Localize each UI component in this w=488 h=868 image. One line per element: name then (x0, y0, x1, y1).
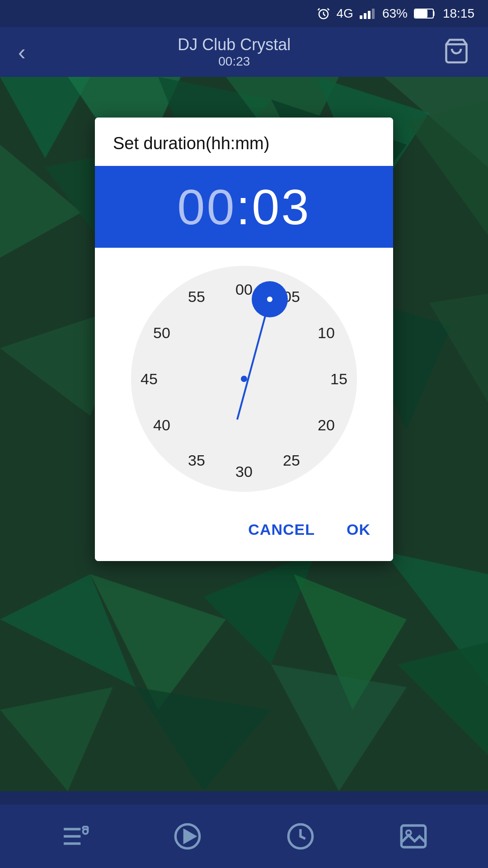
svg-rect-1 (360, 15, 362, 19)
status-bar: 4G 63% 18:15 (0, 0, 488, 27)
clock-num-15[interactable]: 15 (330, 370, 347, 388)
bag-icon (443, 38, 470, 65)
clock-num-40[interactable]: 40 (153, 416, 170, 434)
clock-nav[interactable] (273, 809, 328, 863)
duration-dialog: Set duration(hh:mm) 00:03 (95, 118, 393, 561)
app-header: ‹ DJ Club Crystal 00:23 (0, 27, 488, 77)
ok-button[interactable]: OK (342, 514, 375, 545)
playlist-nav[interactable] (47, 809, 102, 863)
dialog-header: Set duration(hh:mm) (95, 118, 393, 166)
status-icons: 4G 63% 18:15 (317, 6, 474, 21)
time-display: 00:03 (177, 179, 310, 235)
svg-rect-4 (372, 9, 375, 19)
clock-num-30[interactable]: 30 (235, 463, 253, 481)
clock-num-00[interactable]: 00 (235, 281, 253, 298)
clock-container[interactable]: 00 05 10 15 20 25 30 35 40 (95, 248, 393, 505)
header-center: DJ Club Crystal 00:23 (178, 35, 291, 69)
clock-num-45[interactable]: 45 (141, 370, 158, 388)
signal-icon (360, 7, 376, 20)
play-icon (173, 822, 202, 851)
clock-head (252, 281, 288, 317)
dialog-title: Set duration(hh:mm) (113, 134, 375, 153)
alarm-icon (317, 7, 330, 20)
cancel-button[interactable]: CANCEL (244, 514, 319, 545)
clock-num-20[interactable]: 20 (318, 416, 335, 434)
bottom-navigation (0, 805, 488, 868)
svg-rect-3 (368, 11, 371, 19)
dialog-overlay: Set duration(hh:mm) 00:03 (0, 77, 488, 791)
clock-num-50[interactable]: 50 (153, 324, 170, 342)
background-area: Set duration(hh:mm) 00:03 (0, 77, 488, 791)
clock-face[interactable]: 00 05 10 15 20 25 30 35 40 (131, 266, 357, 492)
svg-rect-2 (364, 13, 366, 19)
svg-rect-45 (401, 826, 425, 847)
gallery-nav[interactable] (386, 809, 441, 863)
clock-num-10[interactable]: 10 (318, 324, 335, 342)
clock-icon (286, 822, 315, 851)
gallery-icon (399, 822, 428, 851)
back-button[interactable]: ‹ (18, 39, 26, 65)
svg-marker-43 (185, 831, 194, 841)
play-nav[interactable] (160, 809, 215, 863)
clock-num-25[interactable]: 25 (283, 452, 300, 469)
clock-display: 18:15 (443, 6, 474, 21)
hours-display: 00 (177, 179, 236, 235)
minutes-display: 03 (252, 179, 310, 235)
battery-icon (414, 7, 436, 20)
track-time: 00:23 (178, 54, 291, 69)
signal-label: 4G (337, 6, 353, 21)
track-title: DJ Club Crystal (178, 35, 291, 54)
time-colon: : (236, 179, 252, 235)
clock-center-dot (241, 376, 247, 382)
clock-num-55[interactable]: 55 (188, 288, 205, 306)
svg-rect-6 (415, 10, 427, 17)
svg-line-34 (237, 299, 270, 420)
playlist-icon (60, 822, 89, 851)
battery-percent: 63% (382, 6, 408, 21)
bag-button[interactable] (443, 38, 470, 66)
time-display-area: 00:03 (95, 166, 393, 248)
clock-head-dot (267, 297, 272, 302)
clock-num-35[interactable]: 35 (188, 452, 205, 469)
dialog-actions: CANCEL OK (95, 505, 393, 561)
